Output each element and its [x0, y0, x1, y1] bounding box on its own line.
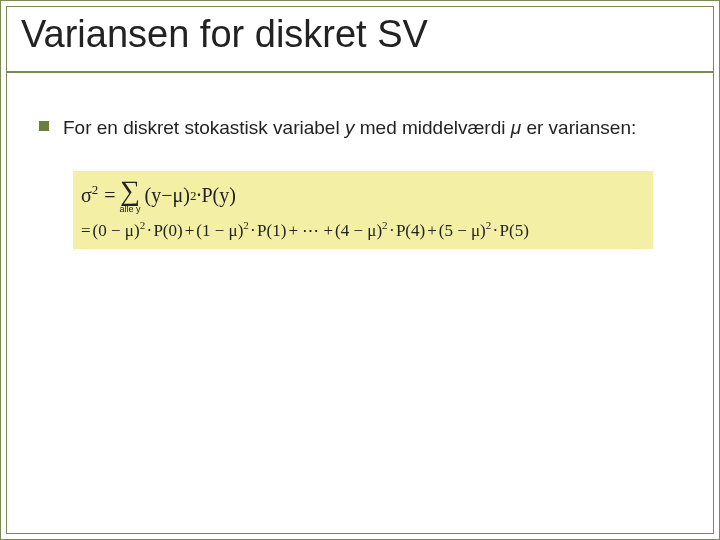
term-y: y: [151, 184, 161, 207]
inner-frame: [6, 6, 714, 534]
equation-box: σ2 = ∑ alle y (y − μ)2 · P(y) = (0 − μ)2…: [73, 171, 653, 249]
dot-4: ·: [390, 221, 394, 241]
p-of-y: P(y): [201, 184, 235, 207]
summation-icon: ∑ alle y: [120, 177, 141, 214]
bullet-post: er variansen:: [521, 117, 636, 138]
t5: (5 − μ)2: [439, 221, 492, 241]
p4: P(4): [396, 221, 425, 241]
equation-line-1: σ2 = ∑ alle y (y − μ)2 · P(y): [81, 177, 645, 214]
sq-exp: 2: [92, 182, 99, 197]
sigma: σ: [81, 184, 92, 206]
term-mu: μ: [173, 184, 184, 207]
p0: P(0): [153, 221, 182, 241]
plus-4: +: [427, 221, 437, 241]
term-minus: −: [161, 184, 172, 207]
equals-2: =: [81, 221, 91, 241]
t4: (4 − μ)2: [335, 221, 388, 241]
term-close: ): [183, 184, 190, 207]
dot-0: ·: [147, 221, 151, 241]
title-rule: [7, 71, 713, 73]
square-bullet-icon: [39, 121, 49, 131]
bullet-mu: μ: [511, 117, 521, 138]
equation-line-2: = (0 − μ)2 · P(0) + (1 − μ)2 · P(1) + ⋯ …: [81, 220, 645, 241]
dot-1b: ·: [251, 221, 255, 241]
dot-5: ·: [493, 221, 497, 241]
sum-sub: alle y: [120, 205, 141, 214]
p1: P(1): [257, 221, 286, 241]
term-open: (: [145, 184, 152, 207]
body: For en diskret stokastisk variabel y med…: [39, 116, 689, 141]
ellipsis: + ⋯ +: [288, 220, 333, 241]
bullet-row: For en diskret stokastisk variabel y med…: [39, 116, 689, 141]
bullet-pre: For en diskret stokastisk variabel: [63, 117, 345, 138]
sigma-symbol: ∑: [120, 177, 140, 205]
slide-title: Variansen for diskret SV: [21, 13, 428, 56]
t1: (1 − μ)2: [196, 221, 249, 241]
equals-1: =: [104, 184, 115, 207]
slide-frame: Variansen for diskret SV For en diskret …: [0, 0, 720, 540]
t0: (0 − μ)2: [93, 221, 146, 241]
sigma-squared: σ2: [81, 184, 98, 207]
p5: P(5): [500, 221, 529, 241]
bullet-text: For en diskret stokastisk variabel y med…: [63, 116, 636, 141]
bullet-mid: med middelværdi: [354, 117, 510, 138]
plus-1: +: [185, 221, 195, 241]
